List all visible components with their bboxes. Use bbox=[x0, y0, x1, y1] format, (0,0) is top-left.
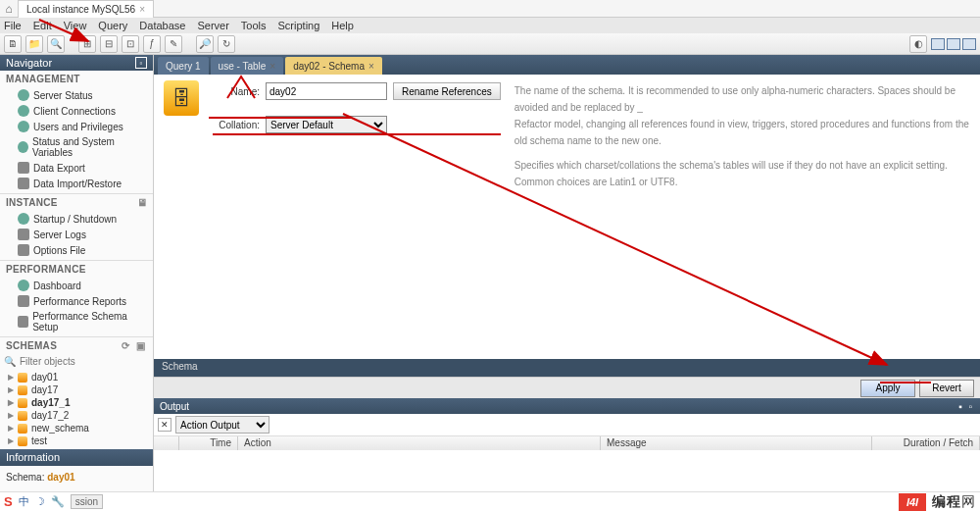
tb-search[interactable]: 🔎 bbox=[196, 35, 214, 53]
navigator-title: Navigator bbox=[6, 57, 52, 69]
schema-item[interactable]: ▶day17_2 bbox=[0, 409, 153, 422]
tab-use-table[interactable]: use - Table× bbox=[211, 57, 284, 75]
menu-tools[interactable]: Tools bbox=[241, 20, 267, 31]
output-grid bbox=[154, 450, 980, 491]
tb-icon-s[interactable]: S bbox=[4, 494, 13, 509]
schema-icon: 🗄 bbox=[164, 80, 199, 116]
rename-references-button[interactable]: Rename References bbox=[393, 82, 501, 100]
schema-editor: 🗄 Name: Rename References Collation: Ser… bbox=[154, 75, 980, 359]
menu-scripting[interactable]: Scripting bbox=[278, 20, 320, 31]
schema-name-input[interactable] bbox=[266, 82, 387, 100]
nav-dashboard[interactable]: Dashboard bbox=[0, 278, 153, 293]
menu-server[interactable]: Server bbox=[197, 20, 228, 31]
tb-open[interactable]: 📁 bbox=[25, 35, 43, 53]
tb-settings[interactable]: ◐ bbox=[909, 35, 927, 53]
watermark: l4l 编程网 bbox=[899, 493, 976, 511]
nav-server-logs[interactable]: Server Logs bbox=[0, 227, 153, 242]
schemas-refresh-icon[interactable]: ⟳ ▣ bbox=[122, 340, 147, 351]
apply-row: Apply Revert bbox=[154, 377, 980, 398]
nav-schemas-title: SCHEMAS⟳ ▣ bbox=[0, 336, 153, 354]
database-icon bbox=[18, 385, 27, 395]
nav-data-import[interactable]: Data Import/Restore bbox=[0, 176, 153, 191]
database-icon bbox=[18, 411, 27, 421]
tb-schema[interactable]: ⊞ bbox=[78, 35, 96, 53]
nav-status-variables[interactable]: Status and System Variables bbox=[0, 134, 153, 160]
menu-edit[interactable]: Edit bbox=[33, 20, 52, 31]
collation-select[interactable]: Server Default bbox=[266, 116, 387, 133]
title-tab-label: Local instance MySQL56 bbox=[26, 4, 135, 15]
tab-day02-schema[interactable]: day02 - Schema× bbox=[285, 57, 382, 75]
navigator: Navigator ▫ MANAGEMENT Server Status Cli… bbox=[0, 55, 154, 491]
tb-icon-moon[interactable]: ☽ bbox=[35, 495, 45, 508]
watermark-logo: l4l bbox=[899, 493, 926, 511]
close-icon[interactable]: × bbox=[270, 61, 275, 72]
tb-view[interactable]: ⊡ bbox=[122, 35, 139, 53]
menu-view[interactable]: View bbox=[64, 20, 87, 31]
schema-item[interactable]: ▶day01 bbox=[0, 371, 153, 383]
watermark-text: 编程网 bbox=[932, 493, 976, 511]
nav-management-title: MANAGEMENT bbox=[0, 71, 153, 87]
col-message: Message bbox=[601, 436, 872, 450]
revert-button[interactable]: Revert bbox=[919, 380, 974, 397]
close-icon[interactable]: × bbox=[139, 4, 145, 15]
schema-item[interactable]: ▶test bbox=[0, 434, 153, 447]
tb-proc[interactable]: ƒ bbox=[143, 35, 161, 53]
menu-help[interactable]: Help bbox=[331, 20, 354, 31]
menu-file[interactable]: File bbox=[4, 20, 22, 31]
output-controls[interactable]: ▪ ▫ bbox=[958, 401, 974, 412]
tb-icon-wrench[interactable]: 🔧 bbox=[51, 495, 65, 508]
col-time: Time bbox=[179, 436, 238, 450]
tb-hint: ssion bbox=[71, 494, 103, 509]
navigator-collapse-icon[interactable]: ▫ bbox=[135, 57, 147, 69]
col-duration: Duration / Fetch bbox=[872, 436, 980, 450]
schema-list: ▶day01 ▶day17 ▶day17_1 ▶day17_2 ▶new_sch… bbox=[0, 369, 153, 449]
database-icon bbox=[18, 398, 27, 408]
tb-inspector[interactable]: 🔍 bbox=[47, 35, 65, 53]
tb-icon-ime[interactable]: 中 bbox=[19, 494, 29, 509]
tab-query1[interactable]: Query 1 bbox=[158, 57, 209, 75]
toolbar: 🗎 📁 🔍 ⊞ ⊟ ⊡ ƒ ✎ 🔎 ↻ ◐ bbox=[0, 33, 980, 55]
schema-filter-input[interactable] bbox=[20, 356, 149, 367]
nav-startup-shutdown[interactable]: Startup / Shutdown bbox=[0, 211, 153, 227]
output-type-select[interactable]: Action Output bbox=[175, 416, 270, 434]
nav-perf-schema-setup[interactable]: Performance Schema Setup bbox=[0, 309, 153, 334]
tb-new-sql[interactable]: 🗎 bbox=[4, 35, 22, 53]
menu-query[interactable]: Query bbox=[98, 20, 127, 31]
apply-button[interactable]: Apply bbox=[860, 380, 915, 397]
tb-func[interactable]: ✎ bbox=[165, 35, 182, 53]
schema-item[interactable]: ▶day17_1 bbox=[0, 396, 153, 409]
close-icon[interactable]: × bbox=[368, 61, 374, 72]
taskbar: S 中 ☽ 🔧 ssion l4l 编程网 bbox=[0, 491, 980, 511]
title-tab[interactable]: Local instance MySQL56 × bbox=[18, 0, 154, 18]
nav-client-connections[interactable]: Client Connections bbox=[0, 103, 153, 119]
editor-tabs: Query 1 use - Table× day02 - Schema× bbox=[154, 55, 980, 75]
nav-perf-reports[interactable]: Performance Reports bbox=[0, 293, 153, 309]
schema-item[interactable]: ▶day17 bbox=[0, 383, 153, 396]
nav-users-privileges[interactable]: Users and Privileges bbox=[0, 119, 153, 134]
information-header: Information bbox=[0, 449, 153, 466]
instance-host-icon: 🖥 bbox=[137, 197, 147, 208]
collation-label: Collation: bbox=[213, 120, 260, 130]
schema-item[interactable]: ▶new_schema bbox=[0, 422, 153, 434]
database-icon bbox=[18, 424, 27, 434]
schema-tab-bar[interactable]: Schema bbox=[154, 359, 980, 377]
output-body: ✕ Action Output Time Action Message Dura… bbox=[154, 414, 980, 491]
database-icon bbox=[18, 373, 27, 383]
tb-table[interactable]: ⊟ bbox=[100, 35, 118, 53]
nav-data-export[interactable]: Data Export bbox=[0, 160, 153, 176]
nav-options-file[interactable]: Options File bbox=[0, 242, 153, 258]
nav-server-status[interactable]: Server Status bbox=[0, 87, 153, 103]
home-icon[interactable]: ⌂ bbox=[0, 0, 18, 18]
output-header: Output ▪ ▫ bbox=[154, 398, 980, 414]
schema-search-row: 🔍 bbox=[0, 354, 153, 369]
nav-instance-title: INSTANCE🖥 bbox=[0, 193, 153, 211]
menubar: File Edit View Query Database Server Too… bbox=[0, 18, 980, 33]
navigator-header: Navigator ▫ bbox=[0, 55, 153, 71]
menu-database[interactable]: Database bbox=[139, 20, 185, 31]
output-columns: Time Action Message Duration / Fetch bbox=[154, 436, 980, 450]
output-clear-icon[interactable]: ✕ bbox=[158, 418, 172, 432]
panel-toggles[interactable] bbox=[931, 38, 976, 50]
titlebar: ⌂ Local instance MySQL56 × bbox=[0, 0, 980, 18]
tb-reconn[interactable]: ↻ bbox=[218, 35, 235, 53]
name-label: Name: bbox=[213, 86, 260, 97]
